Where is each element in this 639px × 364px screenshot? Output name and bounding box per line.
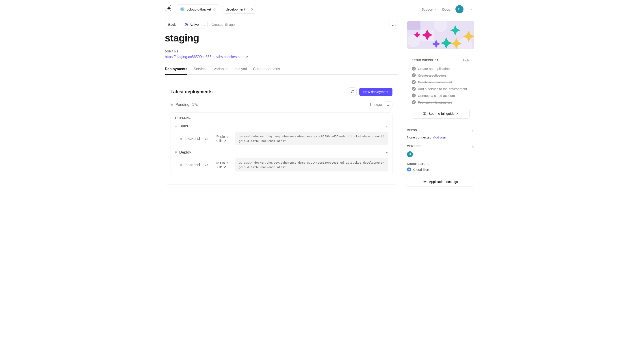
status-dot-icon bbox=[180, 138, 182, 140]
deployments-card: Latest deployments New deployment Pendin… bbox=[165, 82, 398, 184]
project-name: gcloud-bitbucket bbox=[187, 8, 211, 11]
header-more-icon[interactable] bbox=[469, 6, 474, 12]
stage-header[interactable]: Deploy bbox=[175, 149, 388, 156]
svg-point-11 bbox=[390, 105, 390, 106]
cloud-run-icon bbox=[407, 168, 411, 172]
domains-label: DOMAINS bbox=[165, 50, 398, 53]
full-guide-button[interactable]: See the full guide ↗ bbox=[412, 109, 470, 118]
tab-variables[interactable]: Variables bbox=[214, 67, 228, 75]
status-badge[interactable]: Active bbox=[182, 20, 208, 28]
pipeline-box: ▾ PIPELINE ↔ Build bbox=[170, 112, 392, 175]
tab-custom-domains[interactable]: Custom domains bbox=[253, 67, 280, 75]
new-deployment-button[interactable]: New deployment bbox=[359, 88, 392, 96]
deployments-title: Latest deployments bbox=[170, 89, 213, 94]
page-more-button[interactable] bbox=[390, 21, 398, 28]
gear-icon[interactable] bbox=[471, 129, 474, 133]
docs-link[interactable]: Docs bbox=[442, 8, 450, 11]
deploy-more-button[interactable] bbox=[385, 101, 392, 108]
cloud-build-link[interactable]: Cloud Build ↗ bbox=[216, 161, 228, 169]
status-indicator-icon bbox=[185, 23, 188, 26]
svg-point-1 bbox=[471, 10, 472, 10]
svg-point-4 bbox=[202, 25, 203, 26]
hide-checklist-link[interactable]: Hide bbox=[463, 58, 470, 62]
image-path: us-east4-docker.pkg.dev/coherence-demo-e… bbox=[235, 158, 388, 172]
members-section: MEMBERS D bbox=[407, 144, 474, 157]
status-dot-icon bbox=[170, 104, 173, 106]
svg-point-13 bbox=[218, 136, 218, 137]
checklist-card: SETUP CHECKLIST Hide Create an applicati… bbox=[407, 54, 474, 123]
environment-name: development bbox=[226, 8, 245, 11]
created-text: Created 1h ago bbox=[212, 23, 235, 26]
check-icon bbox=[412, 87, 416, 91]
repos-section: REPOS None connected. Add one. bbox=[407, 129, 474, 139]
gcloud-icon bbox=[216, 135, 219, 138]
logo[interactable] bbox=[165, 5, 173, 13]
check-icon bbox=[412, 100, 416, 104]
tab-cnc-yml[interactable]: cnc.yml bbox=[235, 67, 247, 75]
member-avatar[interactable]: D bbox=[407, 151, 413, 157]
tab-deployments[interactable]: Deployments bbox=[165, 67, 187, 75]
deploy-status: Pending bbox=[176, 102, 190, 107]
gear-icon bbox=[423, 180, 427, 184]
refresh-button[interactable] bbox=[348, 88, 356, 96]
checklist-item: Create a collection bbox=[412, 72, 470, 79]
svg-point-12 bbox=[216, 136, 217, 136]
checklist-item: Create an application bbox=[412, 65, 470, 72]
svg-point-19 bbox=[408, 34, 420, 47]
stage-header[interactable]: ↔ Build bbox=[175, 122, 388, 130]
chevrons-icon bbox=[250, 8, 253, 10]
architecture-section: ARCHITECTURE Cloud Run bbox=[407, 162, 474, 172]
svg-point-2 bbox=[472, 10, 473, 10]
checklist-item: Create an environment bbox=[412, 79, 470, 86]
deploy-time: 1m ago bbox=[369, 102, 382, 107]
svg-point-8 bbox=[395, 25, 395, 26]
user-avatar[interactable]: D bbox=[456, 5, 464, 13]
tabs: Deployments Services Variables cnc.yml C… bbox=[165, 67, 398, 75]
caret-down-icon: ▾ bbox=[175, 116, 176, 120]
checklist-title: SETUP CHECKLIST bbox=[412, 59, 438, 62]
page-title: staging bbox=[165, 32, 398, 44]
support-link[interactable]: Support bbox=[422, 8, 437, 11]
chevron-down-icon bbox=[386, 124, 388, 128]
svg-point-22 bbox=[472, 130, 473, 131]
svg-point-7 bbox=[393, 25, 394, 26]
tab-services[interactable]: Services bbox=[194, 67, 207, 75]
step-row: backend 17s · Cloud bbox=[180, 158, 388, 172]
status-more-icon[interactable] bbox=[200, 23, 205, 26]
domain-link[interactable]: https://staging.cc86590ce633.ritzabv.cnc… bbox=[165, 55, 248, 59]
environment-dropdown[interactable]: development bbox=[222, 5, 256, 14]
gear-icon[interactable] bbox=[471, 145, 474, 149]
stage-deploy: Deploy backend 17s · bbox=[175, 149, 388, 172]
check-icon bbox=[412, 94, 416, 98]
gcloud-icon bbox=[216, 161, 219, 165]
stage-build: ↔ Build backend 17s bbox=[175, 122, 388, 145]
svg-point-6 bbox=[392, 25, 393, 26]
deployment-item: Pending 17s 1m ago ▾ PIPELINE bbox=[170, 101, 392, 179]
check-icon bbox=[412, 66, 416, 70]
caret-down-icon bbox=[434, 8, 437, 10]
back-button[interactable]: Back bbox=[165, 20, 179, 28]
check-icon bbox=[412, 73, 416, 77]
svg-point-23 bbox=[472, 146, 473, 147]
banner-image bbox=[407, 20, 474, 49]
svg-point-14 bbox=[216, 162, 217, 163]
arrows-icon: ↔ bbox=[175, 125, 177, 128]
status-dot-icon bbox=[175, 151, 177, 154]
deploy-duration: 17s bbox=[192, 102, 198, 107]
add-repo-link[interactable]: Add one. bbox=[433, 136, 446, 139]
svg-point-9 bbox=[387, 105, 388, 106]
image-path: us-east4-docker.pkg.dev/coherence-demo-e… bbox=[235, 132, 388, 145]
cloud-build-link[interactable]: Cloud Build ↗ bbox=[216, 135, 228, 142]
checklist-item: Provision infrastructure bbox=[412, 99, 470, 106]
checklist-item: Add a service to the environment bbox=[412, 86, 470, 92]
refresh-icon bbox=[350, 90, 354, 94]
chevrons-icon bbox=[213, 8, 216, 10]
application-settings-button[interactable]: Application settings bbox=[407, 177, 474, 186]
svg-point-3 bbox=[202, 25, 202, 26]
project-icon: 🌐 bbox=[180, 7, 184, 12]
project-dropdown[interactable]: 🌐 gcloud-bitbucket bbox=[176, 4, 219, 14]
pipeline-header[interactable]: ▾ PIPELINE bbox=[175, 116, 388, 120]
chevron-down-icon bbox=[386, 150, 388, 154]
svg-point-24 bbox=[424, 181, 426, 182]
svg-rect-17 bbox=[407, 20, 420, 30]
